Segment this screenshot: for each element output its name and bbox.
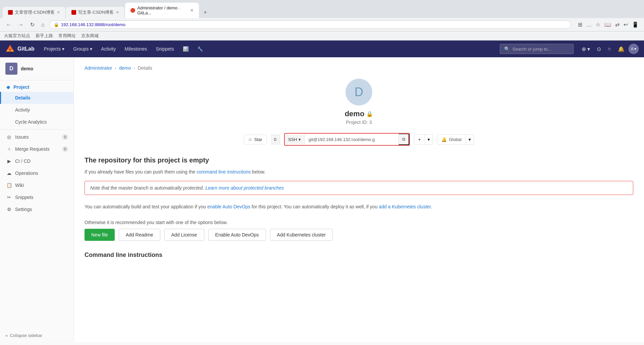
nav-search[interactable]: 🔍: [500, 44, 574, 54]
csdn-favicon-2: [71, 10, 76, 15]
collapse-sidebar[interactable]: « Collapse sidebar: [0, 329, 73, 342]
home-button[interactable]: ⌂: [39, 20, 47, 29]
back2-icon[interactable]: ↩: [622, 20, 629, 29]
command-line-link[interactable]: command line instructions: [197, 169, 251, 175]
tab-close-3[interactable]: ✕: [190, 8, 194, 13]
kubernetes-link[interactable]: add a Kubernetes cluster: [379, 204, 431, 209]
devops-text: You can automatically build and test you…: [85, 203, 633, 210]
sidebar-item-wiki[interactable]: 📋 Wiki: [0, 179, 73, 191]
forward-button[interactable]: →: [16, 20, 25, 29]
star-icon: ☆: [248, 137, 252, 142]
nav-projects[interactable]: Projects ▾: [40, 44, 69, 54]
add-readme-button[interactable]: Add Readme: [119, 229, 160, 241]
snippets-icon: ✂: [6, 195, 12, 200]
breadcrumb-demo[interactable]: demo: [119, 65, 131, 71]
nav-wrench-icon[interactable]: 🔧: [193, 44, 207, 54]
ssh-chevron-icon: ▾: [299, 137, 301, 142]
notification-dropdown-button[interactable]: ▾: [466, 134, 474, 145]
nav-groups[interactable]: Groups ▾: [69, 44, 96, 54]
sidebar-item-snippets[interactable]: ✂ Snippets: [0, 191, 73, 203]
nav-chart-icon[interactable]: 📊: [179, 44, 193, 54]
bookmark-newuser[interactable]: 新手上路: [36, 33, 53, 39]
tab-gitlab[interactable]: Administrator / demo · GitLa... ✕: [125, 3, 199, 18]
sidebar-item-issues[interactable]: ◎ Issues 0: [0, 131, 73, 143]
sidebar-item-operations[interactable]: ☁ Operations: [0, 167, 73, 179]
plus-icon: +: [418, 137, 421, 142]
address-input[interactable]: [61, 22, 567, 27]
sidebar-item-merge-requests[interactable]: ⑃ Merge Requests 0: [0, 143, 73, 155]
bookmark-icon[interactable]: ☆: [594, 20, 602, 29]
mobile-icon[interactable]: 📱: [631, 20, 640, 29]
more-menu-icon[interactable]: …: [585, 20, 593, 29]
options-text: Otherwise it is recommended you start wi…: [85, 219, 633, 226]
bookmark-firefox[interactable]: 火狐官方站点: [4, 33, 30, 39]
browser-toolbar: ← → ↻ ⌂ 🔒 ⊞ … ☆ 📖 ⇄ ↩ 📱: [0, 18, 644, 31]
project-header-section: D demo 🔒 Project ID: 3: [85, 79, 633, 125]
gitlab-logo-icon: [5, 44, 15, 54]
wiki-icon: 📋: [6, 183, 12, 188]
sidebar-item-details[interactable]: Details: [0, 92, 73, 104]
copy-url-button[interactable]: ⧉: [398, 134, 409, 145]
star-button[interactable]: ☆ Star: [244, 135, 267, 144]
tab-close-1[interactable]: ✕: [57, 10, 60, 15]
tab-csdn2[interactable]: 写文章-CSDN博客 ✕: [66, 7, 124, 18]
protected-branches-link[interactable]: Learn more about protected branches: [205, 185, 284, 191]
nav-issues-button[interactable]: ⊙: [594, 43, 604, 55]
git-url-input[interactable]: [305, 135, 398, 144]
nav-milestones[interactable]: Milestones: [121, 44, 151, 54]
bookmark-common[interactable]: 常用网址: [58, 33, 76, 39]
extension-icon[interactable]: ⊞: [577, 20, 584, 29]
empty-repo-heading: The repository for this project is empty: [85, 156, 633, 164]
nav-bell-button[interactable]: 🔔: [615, 43, 627, 55]
reader-icon[interactable]: 📖: [603, 20, 612, 29]
ssh-dropdown[interactable]: SSH ▾: [285, 135, 305, 144]
gitlab-wrapper: GitLab Projects ▾ Groups ▾ Activity Mile…: [0, 41, 644, 342]
issues-icon: ◎: [6, 134, 12, 140]
svg-marker-1: [8, 45, 12, 49]
project-id: Project ID: 3: [85, 120, 633, 125]
sidebar-item-settings[interactable]: ⚙ Settings: [0, 203, 73, 215]
cmd-instructions-heading: Command line instructions: [85, 252, 633, 259]
nav-activity[interactable]: Activity: [97, 44, 120, 54]
plus-dropdown-button[interactable]: ▾: [425, 134, 433, 145]
nav-snippets[interactable]: Snippets: [152, 44, 178, 54]
tab-close-2[interactable]: ✕: [116, 10, 119, 15]
add-license-button[interactable]: Add License: [164, 229, 204, 241]
sync-icon[interactable]: ⇄: [614, 20, 621, 29]
devops-section: You can automatically build and test you…: [85, 203, 633, 210]
breadcrumb-sep-2: ›: [133, 65, 135, 71]
search-icon: 🔍: [504, 46, 510, 52]
gitlab-nav: GitLab Projects ▾ Groups ▾ Activity Mile…: [0, 41, 644, 57]
star-count: 0: [271, 135, 280, 144]
enable-devops-button[interactable]: Enable Auto DevOps: [208, 229, 266, 241]
new-file-button[interactable]: New file: [85, 229, 115, 241]
bookmarks-bar: 火狐官方站点 新手上路 常用网址 京东商城: [0, 31, 644, 41]
nav-merge-button[interactable]: ⑃: [605, 43, 614, 55]
address-bar[interactable]: 🔒: [49, 20, 571, 29]
reload-button[interactable]: ↻: [28, 20, 37, 29]
sidebar-item-cicd[interactable]: ▶ CI / CD: [0, 155, 73, 167]
sidebar-section-project[interactable]: ◈ Project: [0, 80, 73, 92]
sidebar-item-activity[interactable]: Activity: [0, 104, 73, 116]
user-avatar[interactable]: A ▾: [629, 44, 639, 54]
sidebar-divider-1: [0, 129, 73, 130]
tab-label-2: 写文章-CSDN博客: [78, 9, 114, 15]
sidebar-nav: ◈ Project Details Activity Cycle Analyti…: [0, 80, 73, 329]
auto-devops-link[interactable]: enable Auto DevOps: [207, 204, 250, 209]
bookmark-jd[interactable]: 京东商城: [81, 33, 99, 39]
sidebar-item-cycle-analytics[interactable]: Cycle Analytics: [0, 116, 73, 128]
breadcrumb-administrator[interactable]: Administrator: [85, 65, 112, 71]
action-buttons: New file Add Readme Add License Enable A…: [85, 229, 633, 241]
notification-button[interactable]: 🔔 Global: [437, 134, 466, 145]
tab-csdn1[interactable]: 文章管理-CSDN博客 ✕: [3, 7, 65, 18]
search-input[interactable]: [513, 47, 569, 52]
plus-button[interactable]: +: [414, 134, 425, 145]
nav-plus-button[interactable]: ⊕ ▾: [579, 43, 593, 55]
add-kubernetes-button[interactable]: Add Kubernetes cluster: [270, 229, 333, 241]
gitlab-logo[interactable]: GitLab: [5, 44, 35, 54]
back-button[interactable]: ←: [4, 20, 13, 29]
new-tab-button[interactable]: +: [200, 7, 211, 18]
gitlab-favicon: [130, 8, 135, 13]
options-section: Otherwise it is recommended you start wi…: [85, 219, 633, 241]
tab-label-3: Administrator / demo · GitLa...: [137, 5, 188, 15]
